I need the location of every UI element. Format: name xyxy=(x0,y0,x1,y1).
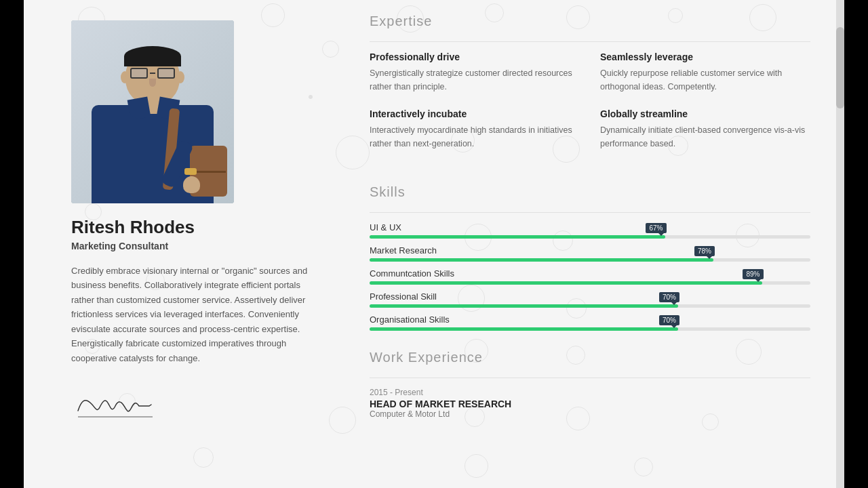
profile-title: Marketing Consultant xyxy=(71,241,168,251)
left-panel: Ritesh Rhodes Marketing Consultant Credi… xyxy=(24,0,349,488)
work-section: Work Experience 2015 - Present HEAD OF M… xyxy=(370,350,810,419)
skill-row: UI & UX 67% xyxy=(370,222,810,239)
skills-section: Skills UI & UX 67% Market Research 78% C… xyxy=(370,184,810,331)
skill-bar-fill: 70% xyxy=(370,327,678,331)
skill-pct: 70% xyxy=(659,292,679,302)
expertise-item-title: Interactively incubate xyxy=(370,108,580,119)
expertise-section: Expertise Professionally drive Synergist… xyxy=(370,14,810,165)
expertise-title: Expertise xyxy=(370,14,810,29)
work-date: 2015 - Present xyxy=(370,388,810,397)
profile-photo xyxy=(71,20,234,203)
profile-name: Ritesh Rhodes xyxy=(71,217,195,238)
expertise-item-text: Interactively myocardinate high standard… xyxy=(370,123,580,150)
work-role: HEAD OF MARKET RESEARCH xyxy=(370,399,810,409)
skill-label: Market Research xyxy=(370,245,810,256)
work-divider xyxy=(370,378,810,378)
expertise-item-title: Professionally drive xyxy=(370,52,580,62)
skill-label: Professional Skill xyxy=(370,291,810,302)
skill-bar-bg: 89% xyxy=(370,281,810,285)
scrollbar-thumb[interactable] xyxy=(836,27,844,108)
skill-bar-fill: 70% xyxy=(370,304,678,308)
skill-pct: 78% xyxy=(694,246,715,256)
expertise-item-text: Dynamically initiate client-based conver… xyxy=(600,123,810,150)
skill-pct: 70% xyxy=(659,315,679,325)
skill-bar-bg: 78% xyxy=(370,258,810,262)
skill-label: Organisational Skills xyxy=(370,314,810,325)
skill-bar-bg: 70% xyxy=(370,327,810,331)
skill-label: UI & UX xyxy=(370,222,810,232)
skills-title: Skills xyxy=(370,184,810,200)
skill-row: Organisational Skills 70% xyxy=(370,314,810,331)
work-item: 2015 - Present HEAD OF MARKET RESEARCH C… xyxy=(370,388,810,419)
skill-row: Market Research 78% xyxy=(370,245,810,262)
scrollbar[interactable] xyxy=(836,0,844,488)
skill-row: Communtcation Skills 89% xyxy=(370,268,810,285)
skills-divider xyxy=(370,212,810,213)
expertise-grid: Professionally drive Synergistically str… xyxy=(370,52,810,165)
skill-bar-bg: 67% xyxy=(370,235,810,239)
skill-bar-fill: 89% xyxy=(370,281,762,285)
work-container: 2015 - Present HEAD OF MARKET RESEARCH C… xyxy=(370,388,810,419)
skill-row: Professional Skill 70% xyxy=(370,291,810,308)
profile-bio: Credibly embrace visionary internal or "… xyxy=(71,264,322,365)
work-company: Computer & Motor Ltd xyxy=(370,409,810,419)
expertise-item: Professionally drive Synergistically str… xyxy=(370,52,580,94)
signature xyxy=(71,387,159,426)
expertise-item-text: Synergistically strategize customer dire… xyxy=(370,66,580,94)
skill-pct: 67% xyxy=(646,223,666,233)
work-title: Work Experience xyxy=(370,350,810,365)
expertise-item-title: Seamlessly leverage xyxy=(600,52,810,62)
right-panel: Expertise Professionally drive Synergist… xyxy=(349,0,844,488)
expertise-item: Interactively incubate Interactively myo… xyxy=(370,108,580,150)
skill-pct: 89% xyxy=(743,269,763,279)
skill-bar-fill: 78% xyxy=(370,258,713,262)
expertise-item-text: Quickly repurpose reliable customer serv… xyxy=(600,66,810,94)
expertise-item-title: Globally streamline xyxy=(600,108,810,119)
skill-bar-bg: 70% xyxy=(370,304,810,308)
expertise-item: Globally streamline Dynamically initiate… xyxy=(600,108,810,150)
skills-container: UI & UX 67% Market Research 78% Communtc… xyxy=(370,222,810,331)
expertise-divider xyxy=(370,41,810,42)
skill-bar-fill: 67% xyxy=(370,235,665,239)
expertise-item: Seamlessly leverage Quickly repurpose re… xyxy=(600,52,810,94)
page-wrapper: Ritesh Rhodes Marketing Consultant Credi… xyxy=(24,0,844,488)
